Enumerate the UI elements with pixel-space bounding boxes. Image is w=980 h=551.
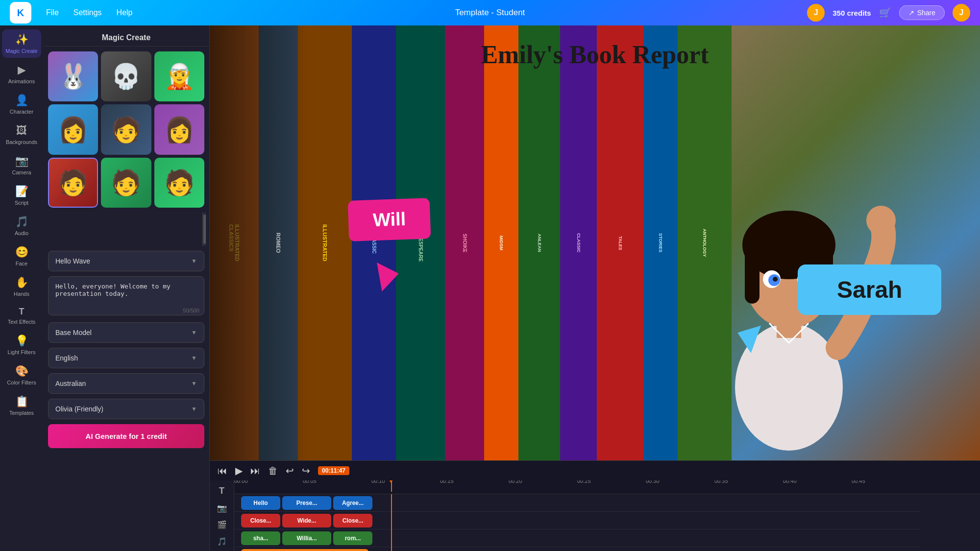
sidebar-label-magic-create: Magic Create: [5, 48, 37, 54]
sidebar-item-script[interactable]: 📝 Script: [2, 181, 41, 210]
character-card-8[interactable]: 🧑: [154, 158, 204, 208]
clip-wide[interactable]: Wide...: [282, 514, 331, 527]
generate-button[interactable]: AI Generate for 1 credit: [48, 424, 204, 448]
topbar-menu: File Settings Help: [46, 8, 133, 17]
character-8-visual: 🧑: [164, 168, 195, 197]
menu-settings[interactable]: Settings: [74, 8, 102, 17]
sidebar-item-magic-create[interactable]: ✨ Magic Create: [2, 29, 41, 58]
playhead-arrow: [387, 480, 395, 483]
clip-agree[interactable]: Agree...: [333, 496, 372, 510]
sidebar-item-face[interactable]: 😊 Face: [2, 242, 41, 270]
sidebar-label-animations: Animations: [8, 78, 35, 84]
sidebar-item-audio[interactable]: 🎵 Audio: [2, 212, 41, 240]
character-card-4[interactable]: 🧑: [101, 104, 151, 154]
clip-music[interactable]: music...: [241, 549, 368, 551]
character-card-2[interactable]: 🧝: [154, 51, 204, 101]
voice-dropdown[interactable]: Olivia (Friendly) ▼: [48, 399, 204, 419]
timeline-tracks: T 📷 🎬 🎵 00:00 00:05 00:10 00:15 00:20: [210, 480, 980, 551]
app-logo[interactable]: K: [10, 2, 31, 24]
clip-sha[interactable]: sha...: [241, 531, 280, 545]
color-filters-icon: 🎨: [15, 365, 28, 378]
sidebar-label-templates: Templates: [9, 410, 34, 416]
menu-help[interactable]: Help: [117, 8, 133, 17]
voice-dropdown-arrow: ▼: [191, 406, 197, 412]
timeline-track-audio: music...: [234, 547, 920, 551]
floating-label-pink: Will: [348, 198, 431, 241]
user-avatar[interactable]: J: [807, 4, 825, 22]
accent-label: Australian: [55, 380, 86, 387]
language-dropdown[interactable]: English ▼: [48, 348, 204, 368]
character-3-visual: 👩: [58, 116, 88, 144]
camera-icon: 📷: [15, 155, 28, 168]
sidebar-label-script: Script: [15, 200, 28, 206]
sidebar-item-text-effects[interactable]: T Text Effects: [2, 303, 41, 329]
sidebar-label-light-filters: Light Filters: [8, 349, 36, 355]
animation-label: Hello Wave: [55, 257, 90, 265]
topbar: K File Settings Help Template - Student …: [0, 0, 980, 25]
character-card-5[interactable]: 👩: [154, 104, 204, 154]
sidebar-item-backgrounds[interactable]: 🖼 Backgrounds: [2, 120, 41, 149]
scrollbar-thumb: [203, 215, 206, 244]
clip-close1[interactable]: Close...: [241, 514, 280, 527]
character-card-6[interactable]: 🧑: [48, 158, 98, 208]
model-dropdown-arrow: ▼: [191, 329, 197, 336]
panel-scrollbar[interactable]: [202, 213, 206, 246]
accent-dropdown[interactable]: Australian ▼: [48, 373, 204, 394]
credits-display: 350 credits: [833, 9, 871, 17]
time-mark-7: 00:35: [714, 480, 728, 484]
book-spine-9: CLASSIC: [560, 25, 597, 460]
voice-label: Olivia (Friendly): [55, 405, 103, 413]
topbar-right: J 350 credits 🛒 ↗ Share J: [807, 4, 970, 22]
timeline-redo-button[interactable]: ↪: [302, 465, 310, 477]
text-effects-icon: T: [19, 307, 24, 317]
timeline-end-button[interactable]: ⏭: [250, 465, 260, 477]
char-count: 50/500: [183, 308, 199, 313]
timeline-start-button[interactable]: ⏮: [218, 465, 227, 477]
cart-icon[interactable]: 🛒: [879, 7, 891, 19]
clip-hello[interactable]: Hello: [241, 496, 280, 510]
animation-dropdown[interactable]: Hello Wave ▼: [48, 251, 204, 271]
animation-dropdown-arrow: ▼: [191, 258, 197, 264]
audio-icon: 🎵: [15, 216, 28, 228]
preview-area: ILLUSTRATEDCLASSICS ROMEO ILLUSTRATED CL…: [210, 25, 980, 551]
user-avatar-right[interactable]: J: [953, 4, 970, 22]
character-card-1[interactable]: 💀: [101, 51, 151, 101]
sidebar-item-animations[interactable]: ▶ Animations: [2, 60, 41, 88]
sidebar-item-hands[interactable]: ✋ Hands: [2, 272, 41, 301]
sidebar-label-audio: Audio: [15, 230, 28, 236]
clip-close2[interactable]: Close...: [333, 514, 372, 527]
menu-file[interactable]: File: [46, 8, 59, 17]
timeline-delete-button[interactable]: 🗑: [268, 465, 278, 477]
character-card-0[interactable]: 🐰: [48, 51, 98, 101]
timeline-controls: ⏮ ▶ ⏭ 🗑 ↩ ↪ 00:11:47: [210, 461, 980, 480]
sidebar-label-backgrounds: Backgrounds: [6, 139, 37, 145]
sidebar-label-color-filters: Color Filters: [7, 380, 36, 385]
sidebar-item-color-filters[interactable]: 🎨 Color Filters: [2, 361, 41, 389]
svg-point-10: [773, 277, 778, 282]
time-mark-5: 00:25: [577, 480, 591, 484]
time-mark-9: 00:45: [852, 480, 865, 484]
script-textarea[interactable]: [48, 276, 204, 315]
share-button[interactable]: ↗ Share: [899, 5, 945, 20]
model-dropdown[interactable]: Base Model ▼: [48, 322, 204, 343]
sidebar-item-templates[interactable]: 📋 Templates: [2, 391, 41, 420]
character-card-7[interactable]: 🧑: [101, 158, 151, 208]
book-scene: ILLUSTRATEDCLASSICS ROMEO ILLUSTRATED CL…: [210, 25, 980, 460]
sidebar-item-camera[interactable]: 📷 Camera: [2, 151, 41, 179]
sidebar-item-light-filters[interactable]: 💡 Light Filters: [2, 331, 41, 359]
timeline-play-button[interactable]: ▶: [235, 465, 243, 477]
timeline-undo-button[interactable]: ↩: [286, 465, 294, 477]
main-layout: ✨ Magic Create ▶ Animations 👤 Character …: [0, 25, 980, 551]
sidebar-item-character[interactable]: 👤 Character: [2, 90, 41, 119]
timeline-area: ⏮ ▶ ⏭ 🗑 ↩ ↪ 00:11:47 T 📷 🎬 🎵: [210, 460, 980, 551]
timeline-content-inner: Hello Prese... Agree... Close... Wide...…: [234, 494, 920, 551]
clip-present[interactable]: Prese...: [282, 496, 331, 510]
left-panel: Magic Create 🐰 💀 🧝 👩 🧑 👩 🧑: [43, 25, 210, 551]
character-card-3[interactable]: 👩: [48, 104, 98, 154]
light-filters-icon: 💡: [15, 335, 28, 347]
track-icon-camera: 📷: [215, 502, 229, 515]
timeline-ruler-inner: 00:00 00:05 00:10 00:15 00:20 00:25 00:3…: [234, 480, 920, 492]
clip-willia[interactable]: Willia...: [282, 531, 331, 545]
clip-rom[interactable]: rom...: [333, 531, 372, 545]
book-spine-4: CLASSIC: [352, 25, 396, 460]
